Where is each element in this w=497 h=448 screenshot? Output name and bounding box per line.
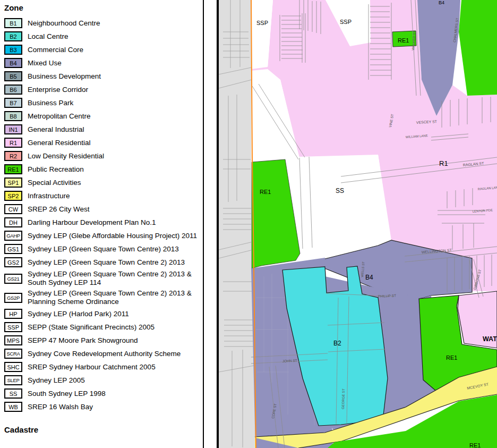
legend-label-B1: Neighbourhood Centre — [28, 19, 100, 28]
street-label-george-st: GEORGE ST — [341, 388, 345, 409]
map-label-re1-left: RE1 — [260, 189, 271, 195]
legend-item-B4: B4Mixed Use — [4, 57, 203, 69]
legend-label-B8: Metropolitan Centre — [28, 112, 91, 121]
legend-label-GS2: Sydney LEP (Green Square Town Centre 2) … — [28, 258, 185, 267]
map-label-re1-small: RE1 — [398, 37, 409, 44]
map-label-b4-top: B4 — [439, 0, 444, 5]
legend-swatch-SLEP: SLEP — [4, 375, 22, 385]
legend-label-GAHP: Sydney LEP (Glebe Affordable Housing Pro… — [28, 232, 197, 240]
legend-label-HP: Sydney LEP (Harlod Park) 2011 — [28, 310, 129, 318]
legend-swatch-R2: R2 — [4, 151, 22, 161]
legend-item-B6: B6Enterprise Corridor — [4, 84, 203, 95]
legend-label-B3: Commercial Core — [28, 46, 83, 54]
legend-swatch-B1: B1 — [4, 18, 22, 28]
legend-label-CW: SREP 26 City West — [28, 205, 90, 214]
legend-items: B1Neighbourhood CentreB2Local CentreB3Co… — [4, 18, 203, 412]
legend-label-MPS: SEPP 47 Moore Park Showground — [28, 336, 138, 345]
legend-item-RE1: RE1Public Recreation — [4, 164, 203, 175]
legend-item-WB: WBSREP 16 Walsh Bay — [4, 401, 203, 412]
legend-item-SP2: SP2Infrastructure — [4, 190, 203, 201]
legend-label-B2: Local Centre — [28, 32, 68, 41]
legend-label-GS21: Sydney LEP (Green Square Town Centre 2) … — [28, 270, 200, 287]
legend-swatch-B5: B5 — [4, 71, 22, 81]
legend-panel: Zone B1Neighbourhood CentreB2Local Centr… — [0, 0, 204, 448]
legend-item-B8: B8Metropolitan Centre — [4, 111, 203, 122]
legend-item-SLEP: SLEPSydney LEP 2005 — [4, 375, 203, 386]
legend-label-SS: South Sydney LEP 1998 — [28, 390, 106, 398]
legend-swatch-MPS: MPS — [4, 335, 22, 345]
legend-item-B5: B5Business Development — [4, 71, 203, 82]
legend-zone-title: Zone — [4, 3, 203, 12]
legend-swatch-CW: CW — [4, 204, 22, 214]
legend-label-SHC: SREP Sydney Harbour Catchment 2005 — [28, 363, 156, 371]
map-label-r1: R1 — [439, 159, 448, 167]
legend-label-B4: Mixed Use — [28, 59, 62, 67]
legend-swatch-IN1: IN1 — [4, 124, 22, 134]
legend-item-B3: B3Commercial Core — [4, 44, 203, 55]
legend-cadastre-title: Cadastre — [4, 425, 203, 434]
legend-item-GAHP: GAHPSydney LEP (Glebe Affordable Housing… — [4, 230, 203, 241]
legend-swatch-HP: HP — [4, 309, 22, 319]
legend-label-DH: Darling Harbour Development Plan No.1 — [28, 218, 156, 227]
legend-item-CW: CWSREP 26 City West — [4, 204, 203, 215]
legend-swatch-DH: DH — [4, 217, 22, 227]
legend-item-B1: B1Neighbourhood Centre — [4, 18, 203, 29]
map-label-b2: B2 — [333, 340, 341, 347]
zoning-map[interactable]: SSP SSP RE1 B4 WALKER ST CHALMERS ST VIN… — [217, 0, 497, 448]
legend-label-SCRA: Sydney Cove Redevelopment Authority Sche… — [28, 350, 181, 358]
legend-label-R1: General Residential — [28, 139, 91, 147]
legend-label-R2: Low Density Residential — [28, 152, 104, 160]
legend-swatch-R1: R1 — [4, 138, 22, 148]
map-label-ssp-center: SSP — [340, 19, 352, 25]
legend-label-WB: SREP 16 Walsh Bay — [28, 403, 93, 411]
map-label-ssp-left: SSP — [256, 20, 268, 26]
legend-swatch-GS1: GS1 — [4, 244, 22, 254]
legend-label-GS2P: Sydney LEP (Green Square Town Centre 2) … — [28, 289, 200, 306]
legend-item-B7: B7Business Park — [4, 97, 203, 108]
legend-swatch-B2: B2 — [4, 31, 22, 41]
cadastre-area — [219, 0, 255, 448]
legend-swatch-SS: SS — [4, 388, 22, 399]
legend-item-SCRA: SCRASydney Cove Redevelopment Authority … — [4, 348, 203, 359]
legend-label-IN1: General Industrial — [28, 125, 84, 134]
legend-label-GS1: Sydney LEP (Green Square Town Centre) 20… — [28, 245, 179, 253]
legend-item-SP1: SP1Special Activities — [4, 177, 203, 188]
legend-item-SS: SSSouth Sydney LEP 1998 — [4, 388, 203, 399]
map-label-re1-bottom: RE1 — [469, 442, 481, 448]
legend-swatch-B6: B6 — [4, 84, 22, 95]
legend-item-GS1: GS1Sydney LEP (Green Square Town Centre)… — [4, 243, 203, 255]
legend-swatch-B4: B4 — [4, 58, 22, 68]
legend-swatch-SSP: SSP — [4, 322, 22, 332]
legend-swatch-B7: B7 — [4, 98, 22, 108]
street-label-john-st: JOHN ST — [282, 359, 297, 363]
legend-swatch-SHC: SHC — [4, 362, 22, 372]
legend-swatch-B3: B3 — [4, 45, 22, 55]
map-label-re1-waterloo: RE1 — [446, 354, 457, 361]
legend-item-R2: R2Low Density Residential — [4, 150, 203, 162]
legend-swatch-GS2: GS2 — [4, 257, 22, 267]
legend-label-SSP: SEPP (State Significant Precincts) 2005 — [28, 323, 155, 332]
legend-label-SP2: Infrastructure — [28, 192, 70, 200]
legend-item-HP: HPSydney LEP (Harlod Park) 2011 — [4, 308, 203, 319]
legend-label-RE1: Public Recreation — [28, 165, 84, 174]
legend-item-SSP: SSPSEPP (State Significant Precincts) 20… — [4, 322, 203, 333]
legend-label-B5: Business Development — [28, 72, 101, 81]
map-label-b4: B4 — [365, 274, 373, 281]
legend-swatch-RE1: RE1 — [4, 164, 22, 174]
legend-swatch-GAHP: GAHP — [4, 231, 22, 241]
legend-item-GS2P: GS2PSydney LEP (Green Square Town Centre… — [4, 289, 203, 306]
legend-item-GS21: GS21Sydney LEP (Green Square Town Centre… — [4, 270, 203, 287]
map-canvas[interactable]: SSP SSP RE1 B4 WALKER ST CHALMERS ST VIN… — [219, 0, 497, 448]
legend-item-IN1: IN1General Industrial — [4, 124, 203, 135]
legend-swatch-B8: B8 — [4, 111, 22, 121]
legend-label-SLEP: Sydney LEP 2005 — [28, 376, 85, 385]
legend-swatch-SP1: SP1 — [4, 177, 22, 188]
legend-item-GS2: GS2Sydney LEP (Green Square Town Centre … — [4, 257, 203, 268]
legend-swatch-GS21: GS21 — [4, 274, 22, 284]
legend-swatch-GS2P: GS2P — [4, 293, 22, 303]
legend-item-B2: B2Local Centre — [4, 31, 203, 42]
legend-item-MPS: MPSSEPP 47 Moore Park Showground — [4, 335, 203, 346]
zoning-map-viewer: Zone B1Neighbourhood CentreB2Local Centr… — [0, 0, 497, 448]
legend-label-B7: Business Park — [28, 99, 73, 107]
map-label-wat: WAT — [483, 335, 497, 343]
